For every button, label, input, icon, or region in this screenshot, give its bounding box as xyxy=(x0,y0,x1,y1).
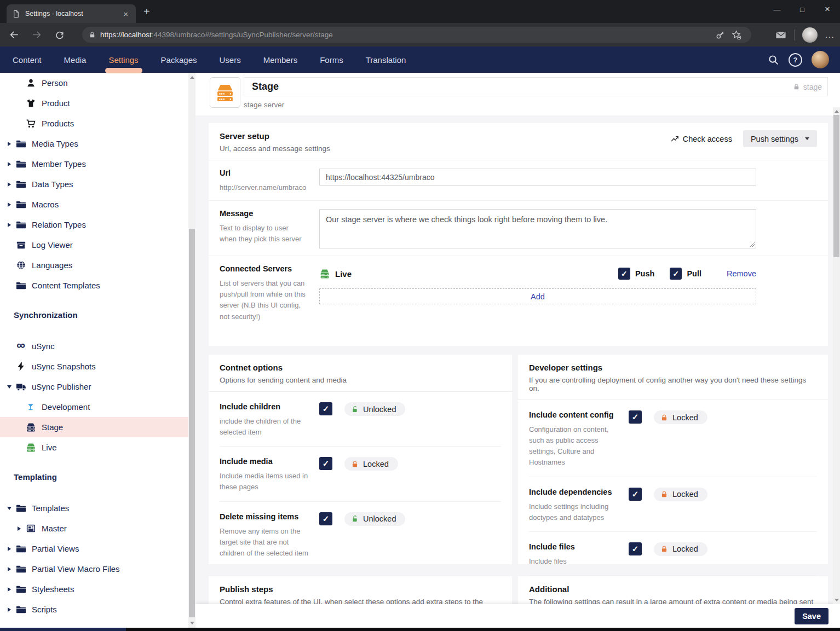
tree-item-usync[interactable]: ∞uSync xyxy=(0,336,188,356)
nav-media[interactable]: Media xyxy=(64,55,87,65)
include-files-checkbox[interactable]: ✓ xyxy=(629,542,642,555)
password-key-icon[interactable] xyxy=(712,28,728,42)
mail-icon[interactable] xyxy=(775,30,786,40)
forward-button[interactable] xyxy=(27,26,46,44)
nav-forms[interactable]: Forms xyxy=(320,55,343,65)
sidebar-scroll-thumb[interactable] xyxy=(189,229,195,617)
tree-item-person[interactable]: Person xyxy=(0,73,188,93)
refresh-button[interactable] xyxy=(50,26,69,44)
locked-pill[interactable]: Locked xyxy=(654,488,707,501)
topnav-right: ? xyxy=(768,47,829,73)
nav-settings[interactable]: Settings xyxy=(108,55,138,65)
save-button[interactable]: Save xyxy=(795,608,829,624)
page-title: Stage xyxy=(252,81,793,92)
tree-item-member-types[interactable]: Member Types xyxy=(0,154,188,174)
browser-profile-avatar[interactable] xyxy=(802,27,818,43)
tree-item-content-templates[interactable]: Content Templates xyxy=(0,275,188,296)
address-bar[interactable]: https://localhost:44398/umbraco#/setting… xyxy=(82,27,751,43)
tree-item-product[interactable]: Product xyxy=(0,93,188,113)
nav-members[interactable]: Members xyxy=(263,55,298,65)
tree-item-log-viewer[interactable]: Log Viewer xyxy=(0,235,188,255)
sidebar-scrollbar[interactable] xyxy=(188,73,195,628)
new-tab-button[interactable]: + xyxy=(143,6,150,17)
locked-pill[interactable]: Locked xyxy=(654,542,707,556)
tree-item-partial-views[interactable]: Partial Views xyxy=(0,539,188,559)
title-field[interactable]: Stage stage xyxy=(244,77,828,96)
scroll-down-icon[interactable] xyxy=(188,620,195,627)
server-setup-card: Server setup Url, access and message set… xyxy=(209,123,828,346)
tree-item-data-types[interactable]: Data Types xyxy=(0,174,188,194)
publish-steps-title: Publish steps xyxy=(220,584,501,594)
scroll-up-icon[interactable] xyxy=(188,74,195,81)
include-dependencies-checkbox[interactable]: ✓ xyxy=(629,488,642,501)
tab-title: Settings - localhost xyxy=(25,10,121,18)
help-icon[interactable]: ? xyxy=(789,53,802,67)
screen: Settings - localhost × + — □ × https://l… xyxy=(0,0,840,631)
add-server-button[interactable]: Add xyxy=(319,288,756,304)
taskbar-strip xyxy=(126,628,840,631)
user-avatar[interactable] xyxy=(812,51,829,68)
content-scroll-thumb[interactable] xyxy=(833,115,839,257)
tree-item-partial-view-macro-files[interactable]: Partial View Macro Files xyxy=(0,559,188,579)
search-icon[interactable] xyxy=(768,54,779,66)
lock-icon xyxy=(660,414,668,421)
tree-item-macros[interactable]: Macros xyxy=(0,194,188,215)
push-settings-dropdown[interactable]: Push settings xyxy=(743,130,817,147)
unlocked-pill[interactable]: Unlocked xyxy=(344,402,405,416)
tree-item-development[interactable]: Development xyxy=(0,397,188,417)
collapse-caret-icon xyxy=(4,507,14,510)
tree-item-languages[interactable]: Languages xyxy=(0,255,188,275)
maximize-button[interactable]: □ xyxy=(790,0,815,19)
message-textarea[interactable]: Our stage server is where we check thing… xyxy=(319,209,756,248)
scroll-up-icon[interactable] xyxy=(833,108,840,115)
browser-menu-icon[interactable]: ... xyxy=(825,30,835,40)
tab-close-icon[interactable]: × xyxy=(121,9,130,19)
delete-missing-items-row: Delete missing items Remove any items on… xyxy=(220,501,501,567)
tree-item-stage[interactable]: Stage xyxy=(0,417,188,437)
favorite-star-icon[interactable] xyxy=(728,28,745,42)
message-row: Message Text to display to user when the… xyxy=(209,200,828,256)
nav-content[interactable]: Content xyxy=(13,55,42,65)
pull-checkbox[interactable]: ✓ xyxy=(670,268,682,280)
tree-item-scripts[interactable]: Scripts xyxy=(0,599,188,620)
remove-link[interactable]: Remove xyxy=(727,269,756,278)
back-button[interactable] xyxy=(4,26,23,44)
include-content-config-checkbox[interactable]: ✓ xyxy=(629,410,642,424)
minimize-button[interactable]: — xyxy=(764,0,790,19)
unlocked-pill[interactable]: Unlocked xyxy=(344,512,405,526)
site-lock-icon[interactable] xyxy=(89,31,96,38)
nav-users[interactable]: Users xyxy=(219,55,240,65)
active-tab-underline xyxy=(105,68,142,73)
tree-item-products[interactable]: Products xyxy=(0,113,188,134)
include-media-checkbox[interactable]: ✓ xyxy=(319,457,332,470)
url-text[interactable]: https://localhost:44398/umbraco#/setting… xyxy=(100,31,712,39)
delete-missing-checkbox[interactable]: ✓ xyxy=(319,512,332,525)
push-checkbox[interactable]: ✓ xyxy=(618,268,630,280)
nav-translation[interactable]: Translation xyxy=(366,55,406,65)
section-synchronization: Synchronization xyxy=(0,305,188,325)
tree-item-usync-publisher[interactable]: uSync Publisher xyxy=(0,377,188,397)
main-content: Stage stage stage server Server setup Ur… xyxy=(195,73,840,631)
tree-item-usync-snapshots[interactable]: uSync Snapshots xyxy=(0,356,188,377)
url-host: https://localhost xyxy=(100,31,152,39)
locked-pill[interactable]: Locked xyxy=(344,457,398,471)
resize-grip-icon[interactable] xyxy=(750,242,755,247)
tree-item-live[interactable]: Live xyxy=(0,437,188,458)
locked-pill[interactable]: Locked xyxy=(654,410,707,424)
tree-item-relation-types[interactable]: Relation Types xyxy=(0,215,188,235)
nav-packages[interactable]: Packages xyxy=(161,55,197,65)
lock-icon xyxy=(793,83,800,90)
content-scrollbar[interactable] xyxy=(833,107,840,604)
expand-caret-icon xyxy=(4,142,14,146)
url-input[interactable]: https://localhost:44325/umbraco xyxy=(319,169,756,186)
tree-item-templates[interactable]: Templates xyxy=(0,498,188,518)
close-button[interactable]: × xyxy=(815,0,840,19)
tree-item-master[interactable]: Master xyxy=(0,518,188,539)
tree-item-stylesheets[interactable]: Stylesheets xyxy=(0,579,188,599)
scroll-down-icon[interactable] xyxy=(833,597,840,604)
tree-item-media-types[interactable]: Media Types xyxy=(0,134,188,154)
check-access-button[interactable]: Check access xyxy=(671,135,732,143)
include-children-checkbox[interactable]: ✓ xyxy=(319,402,332,415)
browser-tab[interactable]: Settings - localhost × xyxy=(7,4,136,23)
page-icon xyxy=(12,10,20,18)
